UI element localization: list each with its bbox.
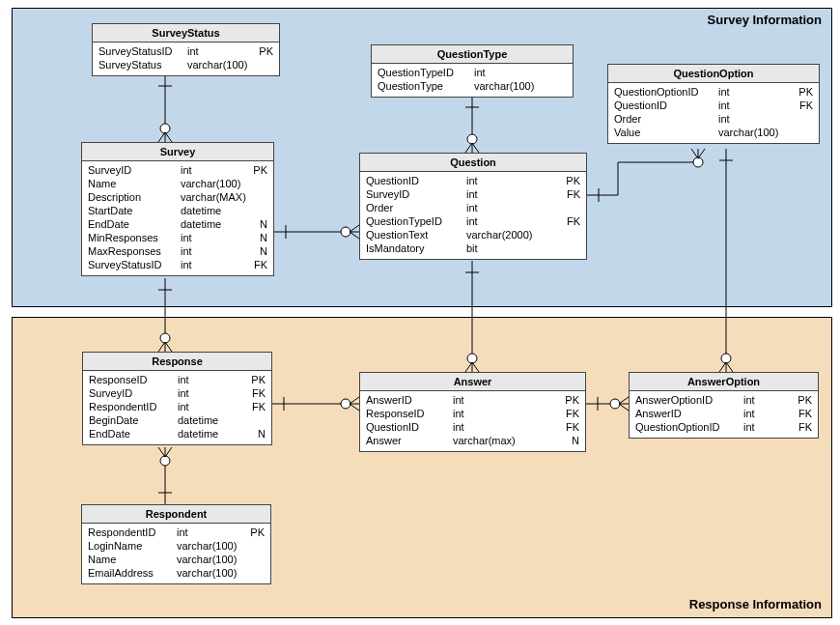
table-row: QuestionTypeIDintFK bbox=[366, 214, 580, 228]
entity-title: Respondent bbox=[82, 505, 270, 524]
region-response-title: Response Information bbox=[689, 597, 822, 611]
entity-respondent: Respondent RespondentIDintPK LoginNameva… bbox=[81, 504, 271, 584]
entity-body: AnswerIDintPK ResponseIDintFK QuestionID… bbox=[360, 391, 585, 451]
table-row: AnswerIDintFK bbox=[635, 407, 812, 420]
entity-answer: Answer AnswerIDintPK ResponseIDintFK Que… bbox=[359, 372, 586, 452]
table-row: MinResponsesintN bbox=[88, 231, 267, 244]
table-row: Namevarchar(100) bbox=[88, 177, 267, 190]
table-row: RespondentIDintPK bbox=[88, 526, 265, 539]
table-row: Descriptionvarchar(MAX) bbox=[88, 190, 267, 204]
table-row: SurveyStatusIDintFK bbox=[88, 258, 267, 271]
table-row: StartDatedatetime bbox=[88, 204, 267, 217]
entity-questionoption: QuestionOption QuestionOptionIDintPK Que… bbox=[607, 64, 820, 144]
entity-title: Survey bbox=[82, 143, 273, 161]
entity-questiontype: QuestionType QuestionTypeIDint QuestionT… bbox=[371, 44, 574, 98]
entity-response: Response ResponseIDintPK SurveyIDintFK R… bbox=[82, 352, 272, 445]
entity-answeroption: AnswerOption AnswerOptionIDintPK AnswerI… bbox=[629, 372, 819, 439]
table-row: BeginDatedatetime bbox=[89, 413, 266, 427]
table-row: ResponseIDintPK bbox=[89, 373, 266, 386]
entity-title: AnswerOption bbox=[630, 373, 818, 391]
entity-body: SurveyStatusIDintPK SurveyStatusvarchar(… bbox=[93, 43, 279, 75]
table-row: IsMandatorybit bbox=[366, 241, 580, 255]
table-row: EndDatedatetimeN bbox=[89, 427, 266, 440]
table-row: SurveyStatusvarchar(100) bbox=[98, 58, 273, 71]
entity-body: SurveyIDintPK Namevarchar(100) Descripti… bbox=[82, 161, 273, 275]
table-row: Answervarchar(max)N bbox=[366, 434, 579, 447]
entity-title: Answer bbox=[360, 373, 585, 391]
entity-title: QuestionOption bbox=[608, 65, 819, 83]
table-row: MaxResponsesintN bbox=[88, 244, 267, 258]
region-survey-title: Survey Information bbox=[708, 13, 822, 27]
table-row: RespondentIDintFK bbox=[89, 400, 266, 413]
table-row: EmailAddressvarchar(100) bbox=[88, 566, 265, 580]
table-row: QuestionTypeIDint bbox=[378, 66, 567, 79]
entity-body: AnswerOptionIDintPK AnswerIDintFK Questi… bbox=[630, 391, 818, 438]
table-row: QuestionTextvarchar(2000) bbox=[366, 228, 580, 241]
table-row: LoginNamevarchar(100) bbox=[88, 539, 265, 553]
table-row: SurveyStatusIDintPK bbox=[98, 44, 273, 58]
table-row: Valuevarchar(100) bbox=[614, 126, 813, 139]
table-row: QuestionIDintFK bbox=[614, 99, 813, 112]
table-row: QuestionIDintFK bbox=[366, 420, 579, 434]
entity-body: QuestionOptionIDintPK QuestionIDintFK Or… bbox=[608, 83, 819, 143]
table-row: Orderint bbox=[614, 112, 813, 126]
entity-title: QuestionType bbox=[372, 45, 573, 64]
table-row: AnswerIDintPK bbox=[366, 393, 579, 407]
entity-surveystatus: SurveyStatus SurveyStatusIDintPK SurveyS… bbox=[92, 23, 280, 76]
table-row: QuestionOptionIDintFK bbox=[635, 420, 812, 434]
table-row: SurveyIDintPK bbox=[88, 163, 267, 177]
table-row: QuestionTypevarchar(100) bbox=[378, 79, 567, 93]
entity-title: Question bbox=[360, 154, 586, 172]
table-row: ResponseIDintFK bbox=[366, 407, 579, 420]
table-row: Namevarchar(100) bbox=[88, 553, 265, 566]
table-row: SurveyIDintFK bbox=[366, 187, 580, 201]
entity-survey: Survey SurveyIDintPK Namevarchar(100) De… bbox=[81, 142, 274, 276]
entity-body: QuestionIDintPK SurveyIDintFK Orderint Q… bbox=[360, 172, 586, 259]
entity-title: SurveyStatus bbox=[93, 24, 279, 43]
entity-body: RespondentIDintPK LoginNamevarchar(100) … bbox=[82, 524, 270, 583]
table-row: Orderint bbox=[366, 201, 580, 214]
table-row: QuestionIDintPK bbox=[366, 174, 580, 187]
table-row: QuestionOptionIDintPK bbox=[614, 85, 813, 99]
entity-body: ResponseIDintPK SurveyIDintFK Respondent… bbox=[83, 371, 271, 444]
table-row: SurveyIDintFK bbox=[89, 386, 266, 400]
table-row: AnswerOptionIDintPK bbox=[635, 393, 812, 407]
table-row: EndDatedatetimeN bbox=[88, 217, 267, 231]
entity-question: Question QuestionIDintPK SurveyIDintFK O… bbox=[359, 153, 587, 260]
entity-body: QuestionTypeIDint QuestionTypevarchar(10… bbox=[372, 64, 573, 97]
entity-title: Response bbox=[83, 353, 271, 371]
